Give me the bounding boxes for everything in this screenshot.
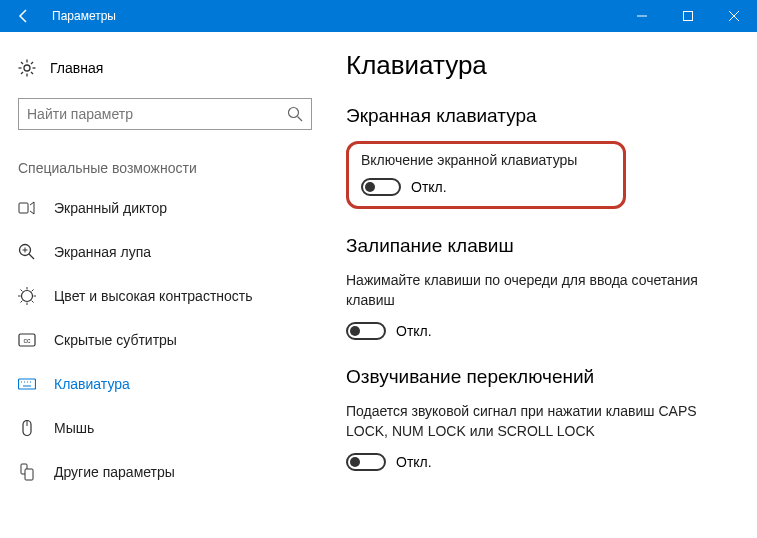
section-heading-onscreen-keyboard: Экранная клавиатура xyxy=(346,105,729,127)
home-link[interactable]: Главная xyxy=(0,50,330,86)
toggle-sticky-keys[interactable] xyxy=(346,322,386,340)
svg-line-24 xyxy=(32,301,34,303)
svg-line-12 xyxy=(298,117,303,122)
sidebar-item-keyboard[interactable]: Клавиатура xyxy=(0,362,330,406)
highlight-annotation: Включение экранной клавиатуры Откл. xyxy=(346,141,626,209)
maximize-button[interactable] xyxy=(665,0,711,32)
toggle-sound-keys[interactable] xyxy=(346,453,386,471)
sidebar-item-label: Цвет и высокая контрастность xyxy=(54,288,253,304)
sidebar-item-label: Экранная лупа xyxy=(54,244,151,260)
svg-line-15 xyxy=(29,254,34,259)
svg-line-23 xyxy=(21,290,23,292)
toggle-onscreen-keyboard[interactable] xyxy=(361,178,401,196)
window-titlebar: Параметры xyxy=(0,0,757,32)
svg-line-8 xyxy=(31,72,33,74)
svg-point-18 xyxy=(22,291,33,302)
sidebar-item-label: Другие параметры xyxy=(54,464,175,480)
toggle-keys-description: Подается звуковой сигнал при нажатии кла… xyxy=(346,402,729,441)
option-label-onscreen-keyboard: Включение экранной клавиатуры xyxy=(361,152,611,168)
sidebar-item-label: Мышь xyxy=(54,420,94,436)
narrator-icon xyxy=(18,199,36,217)
sidebar-item-other[interactable]: Другие параметры xyxy=(0,450,330,494)
main-content: Клавиатура Экранная клавиатура Включение… xyxy=(330,32,757,538)
arrow-left-icon xyxy=(16,8,32,24)
sticky-keys-description: Нажимайте клавиши по очереди для ввода с… xyxy=(346,271,729,310)
search-input-wrap[interactable] xyxy=(18,98,312,130)
sidebar-group-label: Специальные возможности xyxy=(0,130,330,186)
keyboard-icon xyxy=(18,375,36,393)
svg-point-11 xyxy=(289,108,299,118)
sidebar-item-label: Экранный диктор xyxy=(54,200,167,216)
search-icon xyxy=(287,106,303,122)
toggle-state-label: Откл. xyxy=(411,179,447,195)
sidebar-item-label: Скрытые субтитры xyxy=(54,332,177,348)
svg-line-7 xyxy=(21,62,23,64)
sidebar: Главная Специальные возможности Экранный… xyxy=(0,32,330,538)
page-title: Клавиатура xyxy=(346,50,729,81)
mouse-icon xyxy=(18,419,36,437)
magnifier-icon xyxy=(18,243,36,261)
toggle-state-label: Откл. xyxy=(396,454,432,470)
svg-rect-1 xyxy=(684,12,693,21)
other-icon xyxy=(18,463,36,481)
svg-line-25 xyxy=(21,301,23,303)
minimize-button[interactable] xyxy=(619,0,665,32)
sidebar-item-magnifier[interactable]: Экранная лупа xyxy=(0,230,330,274)
close-button[interactable] xyxy=(711,0,757,32)
search-input[interactable] xyxy=(27,106,287,122)
sidebar-item-high-contrast[interactable]: Цвет и высокая контрастность xyxy=(0,274,330,318)
contrast-icon xyxy=(18,287,36,305)
sidebar-item-mouse[interactable]: Мышь xyxy=(0,406,330,450)
svg-text:cc: cc xyxy=(24,337,32,344)
svg-rect-13 xyxy=(19,203,28,213)
close-icon xyxy=(729,11,739,21)
svg-rect-38 xyxy=(25,469,33,480)
svg-line-10 xyxy=(31,62,33,64)
svg-rect-29 xyxy=(19,379,36,389)
gear-icon xyxy=(18,59,36,77)
back-button[interactable] xyxy=(0,0,48,32)
toggle-state-label: Откл. xyxy=(396,323,432,339)
sidebar-item-label: Клавиатура xyxy=(54,376,130,392)
svg-line-9 xyxy=(21,72,23,74)
cc-icon: cc xyxy=(18,331,36,349)
window-title: Параметры xyxy=(48,9,619,23)
sidebar-item-closed-captions[interactable]: cc Скрытые субтитры xyxy=(0,318,330,362)
maximize-icon xyxy=(683,11,693,21)
minimize-icon xyxy=(637,11,647,21)
section-heading-sticky-keys: Залипание клавиш xyxy=(346,235,729,257)
window-controls xyxy=(619,0,757,32)
home-label: Главная xyxy=(50,60,103,76)
sidebar-item-narrator[interactable]: Экранный диктор xyxy=(0,186,330,230)
section-heading-toggle-keys: Озвучивание переключений xyxy=(346,366,729,388)
svg-point-2 xyxy=(24,65,30,71)
svg-line-26 xyxy=(32,290,34,292)
